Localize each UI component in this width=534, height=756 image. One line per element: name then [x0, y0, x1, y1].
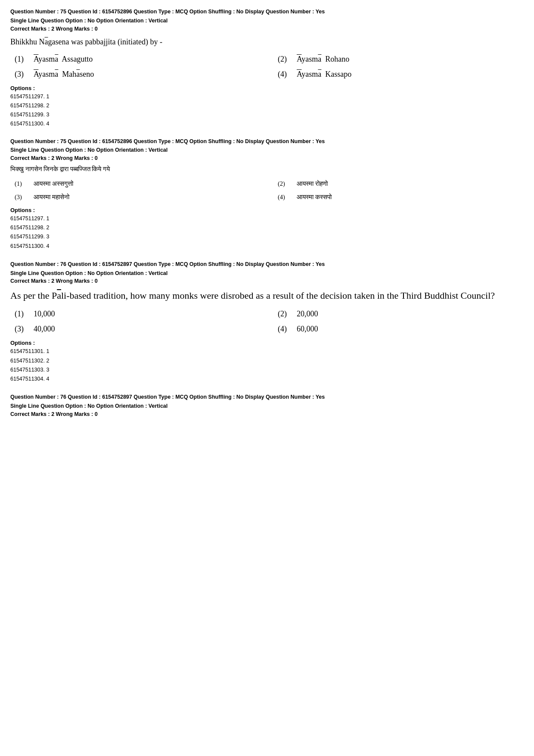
option-text: 20,000 — [297, 309, 318, 319]
q75-en-meta1: Question Number : 75 Question Id : 61547… — [10, 8, 524, 16]
option-item: (3) 40,000 — [15, 325, 261, 334]
q75-hi-meta1: Question Number : 75 Question Id : 61547… — [10, 137, 524, 146]
option-id-line: 61547511300. 4 — [10, 242, 524, 251]
option-text: 10,000 — [34, 309, 55, 319]
q75-en-options-label: Options : — [10, 85, 524, 91]
option-id-line: 61547511302. 2 — [10, 356, 524, 366]
option-id-line: 61547511300. 4 — [10, 119, 524, 128]
option-num: (4) — [278, 325, 290, 334]
q76-en-meta1: Question Number : 76 Question Id : 61547… — [10, 260, 524, 269]
option-num: (1) — [15, 55, 27, 64]
option-text: आयस्मा कस्सपो — [297, 194, 332, 201]
option-id-line: 61547511298. 2 — [10, 223, 524, 232]
q76-en-question: As per the Pali-based tradition, how man… — [10, 288, 524, 303]
q75-hi-options-grid: (1) आयस्मा अस्सगुत्तो (2) आयस्मा रोहणो (… — [15, 180, 524, 201]
q76-en-options-label: Options : — [10, 340, 524, 346]
option-text: Ayasma Assagutto — [34, 55, 93, 64]
q76-en-meta2: Single Line Question Option : No Option … — [10, 269, 524, 278]
option-num: (3) — [15, 70, 27, 79]
option-text: Ayasma Mahaseno — [34, 70, 94, 79]
option-item: (2) आयस्मा रोहणो — [278, 180, 524, 187]
q76-en-marks: Correct Marks : 2 Wrong Marks : 0 — [10, 278, 524, 284]
q75-hi-meta2: Single Line Question Option : No Option … — [10, 146, 524, 154]
option-item: (3) आयस्मा महासेनो — [15, 194, 261, 201]
option-num: (4) — [278, 70, 290, 79]
question-block-q76-hi-partial: Question Number : 76 Question Id : 61547… — [10, 393, 524, 417]
question-block-q75-hi: Question Number : 75 Question Id : 61547… — [10, 137, 524, 251]
option-text: आयस्मा महासेनो — [34, 194, 69, 201]
option-id-line: 61547511303. 3 — [10, 366, 524, 375]
option-text: Ayasma Kassapo — [297, 70, 351, 79]
question-block-q75-en: Question Number : 75 Question Id : 61547… — [10, 8, 524, 129]
q75-hi-options-label: Options : — [10, 207, 524, 213]
option-text: Ayasma Rohano — [297, 55, 349, 64]
q75-en-marks: Correct Marks : 2 Wrong Marks : 0 — [10, 26, 524, 32]
q75-hi-option-ids: 61547511297. 1 61547511298. 2 6154751129… — [10, 214, 524, 251]
option-id-line: 61547511299. 3 — [10, 232, 524, 241]
option-item: (2) 20,000 — [278, 309, 524, 319]
question-block-q76-en: Question Number : 76 Question Id : 61547… — [10, 260, 524, 384]
q76-en-option-ids: 61547511301. 1 61547511302. 2 6154751130… — [10, 347, 524, 384]
q75-hi-marks: Correct Marks : 2 Wrong Marks : 0 — [10, 155, 524, 161]
q75-en-option-ids: 61547511297. 1 61547511298. 2 6154751129… — [10, 92, 524, 129]
option-text: आयस्मा अस्सगुत्तो — [34, 180, 73, 187]
option-item: (4) आयस्मा कस्सपो — [278, 194, 524, 201]
option-text: आयस्मा रोहणो — [297, 180, 328, 187]
option-text: 40,000 — [34, 325, 55, 334]
option-num: (3) — [15, 194, 27, 201]
option-num: (2) — [278, 55, 290, 64]
option-id-line: 61547511299. 3 — [10, 110, 524, 119]
q76-hi-meta2: Single Line Question Option : No Option … — [10, 402, 524, 410]
option-num: (3) — [15, 325, 27, 334]
option-item: (1) 10,000 — [15, 309, 261, 319]
q76-hi-meta1: Question Number : 76 Question Id : 61547… — [10, 393, 524, 401]
q75-en-question: Bhikkhu Nagasena was pabbajjita (initiat… — [10, 36, 524, 48]
q76-hi-marks: Correct Marks : 2 Wrong Marks : 0 — [10, 411, 524, 417]
q75-en-meta2: Single Line Question Option : No Option … — [10, 17, 524, 25]
option-num: (2) — [278, 180, 290, 187]
option-item: (1) आयस्मा अस्सगुत्तो — [15, 180, 261, 187]
option-id-line: 61547511298. 2 — [10, 101, 524, 110]
option-id-line: 61547511304. 4 — [10, 375, 524, 384]
option-item: (1) Ayasma Assagutto — [15, 55, 261, 64]
option-id-line: 61547511297. 1 — [10, 214, 524, 223]
q76-en-options-grid: (1) 10,000 (2) 20,000 (3) 40,000 (4) 60,… — [15, 309, 524, 334]
option-item: (3) Ayasma Mahaseno — [15, 70, 261, 79]
option-item: (4) Ayasma Kassapo — [278, 70, 524, 79]
option-text: 60,000 — [297, 325, 318, 334]
option-num: (1) — [15, 309, 27, 319]
option-num: (1) — [15, 180, 27, 187]
option-item: (4) 60,000 — [278, 325, 524, 334]
q75-en-options-grid: (1) Ayasma Assagutto (2) Ayasma Rohano (… — [15, 55, 524, 79]
option-num: (2) — [278, 309, 290, 319]
option-item: (2) Ayasma Rohano — [278, 55, 524, 64]
option-id-line: 61547511297. 1 — [10, 92, 524, 101]
q75-hi-question: भिक्खु नागसेन जिनके द्वारा पब्बज्जित किय… — [10, 165, 524, 174]
option-id-line: 61547511301. 1 — [10, 347, 524, 356]
option-num: (4) — [278, 194, 290, 201]
